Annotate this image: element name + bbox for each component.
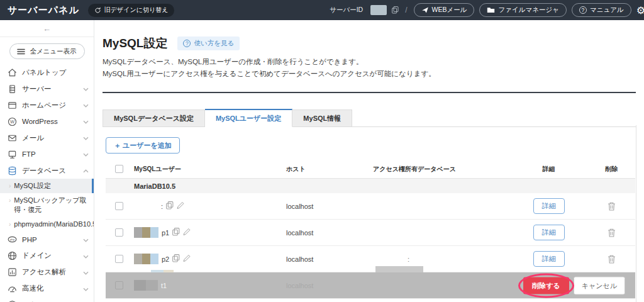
all-menu-button[interactable]: 全メニュー表示 bbox=[9, 43, 85, 59]
trash-icon[interactable] bbox=[608, 255, 616, 264]
table-group-row: MariaDB10.5 bbox=[106, 179, 635, 193]
sidebar-item-homepage[interactable]: ホームページ bbox=[0, 97, 94, 113]
table-header-row: MySQLユーザー ホスト アクセス権所有データベース 詳細 削除 bbox=[106, 160, 635, 179]
row-checkbox[interactable] bbox=[115, 202, 123, 210]
gear-icon[interactable]: ⚙ bbox=[636, 4, 644, 16]
tab-label: MySQLデータベース設定 bbox=[114, 114, 194, 123]
sidebar-item-mail[interactable]: メール bbox=[0, 130, 94, 146]
tab-bar: MySQLデータベース設定 MySQLユーザー設定 MySQL情報 bbox=[103, 109, 636, 127]
sidebar-item-label: パネルトップ bbox=[22, 68, 67, 77]
server-id-redacted-value bbox=[370, 5, 387, 15]
confirm-button-group: 削除する キャンセル bbox=[523, 276, 625, 294]
globe-icon bbox=[8, 251, 17, 260]
column-header-user: MySQLユーザー bbox=[134, 165, 286, 174]
php-icon: php bbox=[8, 235, 17, 244]
detail-button[interactable]: 詳細 bbox=[533, 198, 565, 214]
trash-icon[interactable] bbox=[608, 202, 616, 211]
sidebar-item-panel-top[interactable]: パネルトップ bbox=[0, 64, 94, 81]
sidebar-item-security[interactable]: セキュリティ bbox=[0, 297, 94, 302]
trash-icon[interactable] bbox=[608, 228, 616, 237]
copy-icon[interactable] bbox=[172, 254, 180, 264]
host-value: localhost bbox=[286, 282, 373, 289]
column-header-detail: 詳細 bbox=[509, 165, 588, 174]
file-manager-button[interactable]: ファイルマネージャ bbox=[479, 3, 566, 17]
group-label: MariaDB10.5 bbox=[134, 182, 286, 190]
tab-mysql-user-settings[interactable]: MySQLユーザー設定 bbox=[205, 109, 292, 127]
chevron-down-icon bbox=[83, 252, 89, 260]
page-description: MySQLデータベース、MySQL用ユーザーの作成・削除を行うことができます。 … bbox=[103, 56, 436, 79]
sidebar-subitem-label: MySQL設定 bbox=[14, 181, 51, 191]
mysql-user-name: p1 bbox=[162, 229, 169, 237]
edit-pencil-icon[interactable] bbox=[177, 201, 184, 211]
column-header-delete: 削除 bbox=[588, 165, 635, 174]
manual-button[interactable]: ? マニュアル bbox=[572, 3, 631, 17]
sidebar-item-label: ホームページ bbox=[22, 101, 66, 110]
cancel-button[interactable]: キャンセル bbox=[574, 276, 625, 294]
table-row: p1 localhost 詳細 bbox=[106, 220, 635, 246]
chevron-down-icon bbox=[83, 285, 89, 293]
sidebar-item-wordpress[interactable]: W WordPress bbox=[0, 113, 94, 130]
sidebar-item-label: ドメイン bbox=[22, 251, 52, 260]
detail-button[interactable]: 詳細 bbox=[533, 225, 565, 240]
help-link[interactable]: ? 使い方を見る bbox=[177, 36, 240, 50]
sidebar-item-php[interactable]: php PHP bbox=[0, 232, 94, 248]
add-user-button[interactable]: ＋ ユーザーを追加 bbox=[106, 137, 180, 154]
tab-mysql-database-settings[interactable]: MySQLデータベース設定 bbox=[103, 109, 205, 126]
folder-icon bbox=[487, 6, 495, 14]
server-id-label: サーバーID bbox=[330, 6, 363, 14]
select-all-checkbox[interactable] bbox=[115, 165, 123, 173]
chart-icon bbox=[8, 267, 17, 277]
right-arrow-icon: › bbox=[9, 220, 11, 229]
sidebar-item-server[interactable]: サーバー bbox=[0, 81, 94, 97]
app-title: サーバーパネル bbox=[8, 4, 79, 16]
chevron-down-icon bbox=[83, 150, 89, 158]
row-checkbox[interactable] bbox=[115, 228, 123, 237]
copy-icon[interactable] bbox=[172, 228, 180, 237]
sidebar-item-label: FTP bbox=[22, 150, 36, 158]
tab-mysql-info[interactable]: MySQL情報 bbox=[292, 109, 352, 126]
sidebar-subitem-mysql-backup[interactable]: › MySQLバックアップ取得・復元 bbox=[0, 193, 94, 217]
server-icon bbox=[8, 84, 17, 94]
sidebar-item-label: 高速化 bbox=[22, 284, 44, 293]
column-header-access: アクセス権所有データベース bbox=[373, 165, 509, 174]
topbar-right-group: サーバーID / WEBメール ファイルマネージャ ? マニュアル ⚙ bbox=[330, 3, 638, 17]
copy-icon[interactable] bbox=[166, 201, 174, 211]
mysql-user-table: MySQLユーザー ホスト アクセス権所有データベース 詳細 削除 MariaD… bbox=[106, 160, 635, 299]
row-checkbox[interactable] bbox=[115, 255, 123, 263]
sidebar-item-access-analytics[interactable]: アクセス解析 bbox=[0, 264, 94, 281]
file-manager-label: ファイルマネージャ bbox=[498, 6, 558, 14]
sidebar-collapse-button[interactable]: ← bbox=[0, 20, 94, 37]
database-icon bbox=[8, 166, 17, 176]
switch-old-design-label: 旧デザインに切り替え bbox=[104, 6, 169, 14]
copy-icon[interactable] bbox=[392, 6, 399, 14]
sidebar-subitem-phpmyadmin[interactable]: › phpmyadmin(MariaDB10.5) bbox=[0, 217, 94, 232]
access-db-value: : bbox=[373, 255, 509, 263]
chevron-down-icon bbox=[83, 118, 89, 125]
switch-old-design-button[interactable]: 旧デザインに切り替え bbox=[88, 4, 175, 17]
all-menu-label: 全メニュー表示 bbox=[30, 47, 76, 56]
panel-border bbox=[636, 125, 636, 302]
sidebar: ← 全メニュー表示 パネルトップ サーバー ホームページ W WordPress… bbox=[0, 20, 94, 302]
sidebar-item-database[interactable]: データベース bbox=[0, 162, 94, 179]
section-divider bbox=[103, 92, 636, 93]
row-checkbox[interactable] bbox=[115, 281, 123, 289]
delete-confirm-button[interactable]: 削除する bbox=[523, 277, 569, 294]
chevron-down-icon bbox=[83, 236, 89, 243]
detail-button[interactable]: 詳細 bbox=[533, 251, 565, 267]
sidebar-subitem-mysql-settings[interactable]: › MySQL設定 bbox=[0, 179, 94, 193]
tab-label: MySQLユーザー設定 bbox=[216, 114, 281, 123]
sidebar-item-domain[interactable]: ドメイン bbox=[0, 248, 94, 264]
question-icon: ? bbox=[183, 40, 191, 47]
edit-pencil-icon[interactable] bbox=[183, 228, 191, 237]
gauge-icon bbox=[8, 284, 17, 293]
svg-text:php: php bbox=[10, 238, 15, 241]
monitor-icon bbox=[8, 150, 17, 159]
edit-pencil-icon[interactable] bbox=[183, 254, 191, 264]
sidebar-item-ftp[interactable]: FTP bbox=[0, 146, 94, 162]
sidebar-item-acceleration[interactable]: 高速化 bbox=[0, 281, 94, 297]
question-icon: ? bbox=[579, 6, 587, 14]
svg-text:W: W bbox=[10, 119, 14, 123]
chevron-down-icon bbox=[83, 85, 89, 92]
webmail-button[interactable]: WEBメール bbox=[414, 3, 475, 17]
plus-icon: ＋ bbox=[114, 141, 121, 150]
